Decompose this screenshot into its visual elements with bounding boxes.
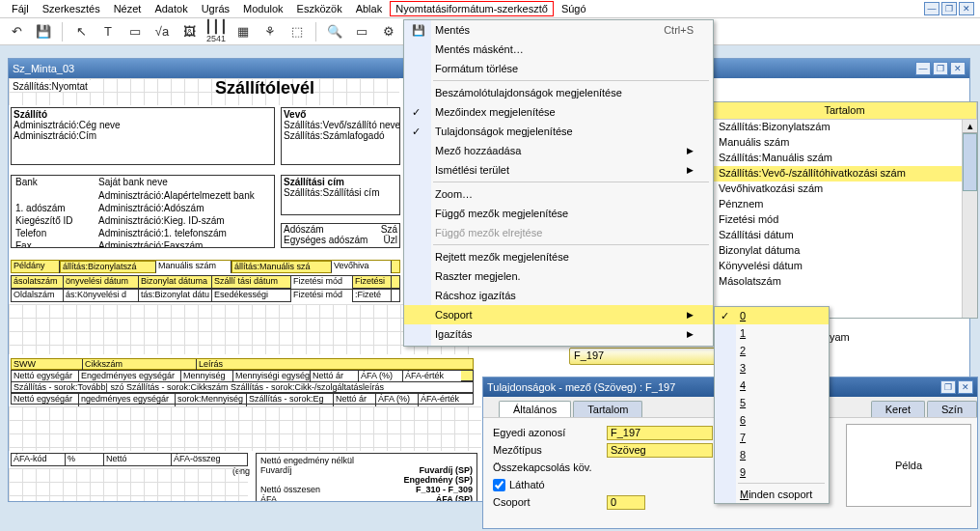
field[interactable]: Szállítás:Vevő/szállító neve xyxy=(284,120,400,130)
main-restore-button[interactable]: ❐ xyxy=(941,2,957,15)
menu-item[interactable]: Igazítás▶ xyxy=(404,324,713,344)
field-list-item[interactable]: Szállítás:Bizonylatszám xyxy=(713,120,977,135)
props-tab-general[interactable]: Általános xyxy=(499,401,571,417)
sub-row1[interactable]: ásolatszám önyvelési dátum Bizonylat dát… xyxy=(11,275,400,289)
line-data-row2[interactable]: Nettó egységár ngedményes egységár sorok… xyxy=(11,393,474,405)
props-tab-color[interactable]: Szín xyxy=(927,401,977,417)
props-tab-content[interactable]: Tartalom xyxy=(573,401,642,417)
shipper-box[interactable]: Szállító Adminisztráció:Cég neve Adminis… xyxy=(11,107,275,165)
prop-group[interactable]: 0 xyxy=(607,495,645,510)
menu-item[interactable]: Rejtett mezők megjelenítése xyxy=(404,247,713,266)
group-submenu-item[interactable]: ✓0 xyxy=(715,307,829,324)
menu-item[interactable]: Zoom… xyxy=(404,184,713,204)
group-submenu-item[interactable]: Minden csoport xyxy=(715,486,829,503)
misc-tool-1[interactable]: ⚘ xyxy=(259,21,281,42)
menu-view[interactable]: Nézet xyxy=(108,1,148,16)
field-list-item[interactable]: Fizetési mód xyxy=(713,212,977,228)
field-list-item[interactable]: Könyvelési dátum xyxy=(713,259,977,274)
menu-item[interactable]: Függő mezők megjelenítése xyxy=(404,204,713,223)
scroll-up[interactable]: ▴ xyxy=(963,120,977,133)
prop-id[interactable]: F_197 xyxy=(607,426,713,440)
undo-button[interactable]: ↶ xyxy=(6,21,27,42)
field-list-item[interactable]: Másolatszám xyxy=(713,274,977,290)
group-submenu-item[interactable]: 2 xyxy=(715,342,829,359)
zoom-tool[interactable]: 🔍 xyxy=(324,21,345,42)
menu-item[interactable]: Rácshoz igazítás xyxy=(404,286,713,305)
menu-item[interactable]: ✓Tulajdonságok megjelenítése xyxy=(404,122,713,141)
group-submenu-item[interactable]: 8 xyxy=(715,446,829,463)
save-button[interactable]: 💾 xyxy=(33,21,54,42)
prop-type[interactable]: Szöveg xyxy=(607,443,713,458)
menu-help[interactable]: Súgó xyxy=(556,1,592,16)
page-tool[interactable]: ▭ xyxy=(351,21,372,42)
menu-item[interactable]: Beszámolótulajdonságok megjelenítése xyxy=(404,83,713,102)
main-close-button[interactable]: ✕ xyxy=(959,2,974,15)
menu-file[interactable]: Fájl xyxy=(6,1,35,16)
field[interactable]: Szállítás:Számlafogadó xyxy=(284,130,385,141)
barcode-tool[interactable]: ┃┃┃2541 xyxy=(205,21,227,42)
field-list-item[interactable]: Szállítási dátum xyxy=(713,228,977,243)
misc-tool-2[interactable]: ⬚ xyxy=(286,21,308,42)
menu-tools[interactable]: Eszközök xyxy=(291,1,348,16)
scroll-thumb[interactable] xyxy=(963,133,977,191)
menu-go[interactable]: Ugrás xyxy=(196,1,235,16)
group-submenu-item[interactable]: 7 xyxy=(715,429,829,446)
menu-window[interactable]: Ablak xyxy=(350,1,389,16)
field[interactable]: Adminisztráció:Cím xyxy=(14,130,96,141)
field-list[interactable]: Szállítás:BizonylatszámManuális számSzál… xyxy=(713,120,977,318)
doc-close-button[interactable]: ✕ xyxy=(950,62,966,75)
menu-item[interactable]: Ismétlési terület▶ xyxy=(404,160,713,180)
line-top-row[interactable]: SWW Cikkszám Leírás xyxy=(11,358,474,370)
props-close-button[interactable]: ✕ xyxy=(958,380,973,394)
group-submenu-item[interactable]: 5 xyxy=(715,394,829,411)
menu-item[interactable]: Mentés másként… xyxy=(404,40,713,59)
menu-item[interactable]: Csoport▶ xyxy=(404,305,713,324)
fieldpanel-tab-content[interactable]: Tartalom xyxy=(713,102,977,119)
group-submenu-item[interactable]: 9 xyxy=(715,463,829,481)
doc-minimize-button[interactable]: — xyxy=(915,62,931,75)
props-restore-button[interactable]: ❐ xyxy=(940,380,956,394)
field-list-item[interactable]: Manuális szám xyxy=(713,135,977,151)
field-list-item[interactable]: Pénznem xyxy=(713,197,977,212)
menu-edit[interactable]: Szerkesztés xyxy=(37,1,106,16)
field[interactable]: Adminisztráció:Cég neve xyxy=(14,120,121,130)
group-submenu-item[interactable]: 3 xyxy=(715,359,829,377)
menu-item[interactable]: Függő mezők elrejtése xyxy=(404,223,713,242)
field-list-item[interactable]: Szállítás:Vevő-/szállítóhivatkozási szám xyxy=(713,166,977,182)
field-tool[interactable]: ▭ xyxy=(124,21,146,42)
recipient-box[interactable]: Vevő Szállítás:Vevő/szállító neve Szállí… xyxy=(281,107,400,165)
props-tab-border[interactable]: Keret xyxy=(871,401,925,417)
menu-item[interactable]: Raszter megjelen. xyxy=(404,266,713,286)
header-row[interactable]: Példány állítás:Bizonylatszá Manuális sz… xyxy=(11,260,400,273)
group-submenu-item[interactable]: 1 xyxy=(715,324,829,342)
shipaddr-box[interactable]: Szállítási cím Szállítás:Szállítási cím xyxy=(281,175,400,215)
bank-box[interactable]: BankSaját bank neve Adminisztráció:Alapé… xyxy=(11,175,275,248)
misc-box[interactable]: AdószámSzá Egységes adószámÜzl xyxy=(281,223,400,248)
afa-header[interactable]: ÁFA-kód % Nettó ÁFA-összeg xyxy=(11,453,248,466)
menu-item[interactable]: ✓Mezőindex megjelenítése xyxy=(404,102,713,122)
totals-box[interactable]: Nettó engedmény nélkül FuvardíjFuvardíj … xyxy=(256,453,477,501)
picture-tool[interactable]: 🖼 xyxy=(178,21,200,42)
menu-item[interactable]: 💾MentésCtrl+S xyxy=(404,20,713,40)
prop-visible-checkbox[interactable] xyxy=(493,479,505,491)
field-list-item[interactable]: Vevőhivatkozási szám xyxy=(713,182,977,197)
menu-modules[interactable]: Modulok xyxy=(237,1,289,16)
menu-item[interactable]: Mező hozzáadása▶ xyxy=(404,141,713,160)
menu-data[interactable]: Adatok xyxy=(149,1,193,16)
main-minimize-button[interactable]: — xyxy=(924,2,939,15)
doc-restore-button[interactable]: ❐ xyxy=(933,62,948,75)
menu-item[interactable]: Formátum törlése xyxy=(404,59,713,78)
barcode2-tool[interactable]: ▦ xyxy=(232,21,254,42)
sub-row2[interactable]: Oldalszám ás:Könyvelési d tás:Bizonylat … xyxy=(11,289,400,302)
field-list-item[interactable]: Bizonylat dátuma xyxy=(713,243,977,259)
field-list-item[interactable]: Szállítás:Manuális szám xyxy=(713,151,977,166)
group-submenu-item[interactable]: 4 xyxy=(715,377,829,394)
cursor-tool[interactable]: ↖ xyxy=(70,21,92,42)
field-print[interactable]: Szállítás:Nyomtat xyxy=(11,80,103,92)
settings-tool[interactable]: ⚙ xyxy=(378,21,399,42)
menu-print-layout-editor[interactable]: Nyomtatásiformátum-szerkesztő xyxy=(390,1,554,16)
line-data-row1[interactable]: Szállítás - sorok:Tovább| szó Szállítás … xyxy=(11,381,474,393)
text-tool[interactable]: T xyxy=(97,21,119,42)
formula-tool[interactable]: √a xyxy=(151,21,173,42)
line-col-row[interactable]: Nettó egységár Engedményes egységár Menn… xyxy=(11,370,474,381)
